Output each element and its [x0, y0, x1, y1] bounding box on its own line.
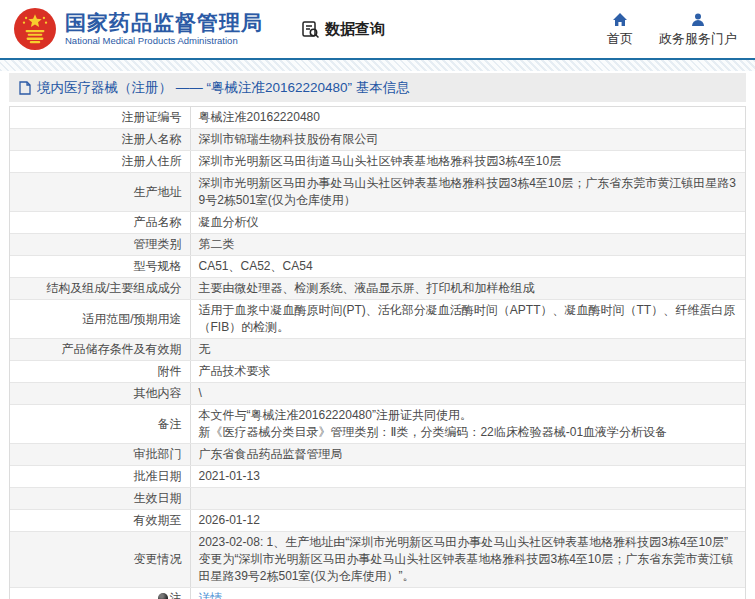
note-dot-icon: [158, 593, 168, 599]
table-row: 备注 本文件与“粤械注准20162220480”注册证共同使用。 新《医疗器械分…: [10, 405, 745, 444]
row-value: 深圳市光明新区马田街道马山头社区钟表基地格雅科技园3栋4至10层: [190, 151, 745, 173]
page-icon: [19, 81, 31, 95]
breadcrumb-bar: 境内医疗器械（注册） —— “粤械注准20162220480” 基本信息: [9, 73, 746, 102]
row-label: 生效日期: [10, 488, 190, 510]
row-label: 备注: [10, 405, 190, 444]
agency-logo[interactable]: 国家药品监督管理局 National Medical Products Admi…: [14, 8, 263, 50]
row-value: 无: [190, 339, 745, 361]
table-row: 变更情况 2023-02-08: 1、生产地址由“深圳市光明新区马田办事处马山头…: [10, 532, 745, 588]
registration-table-body: 注册证编号 粤械注准20162220480 注册人名称 深圳市锦瑞生物科技股份有…: [10, 107, 745, 599]
row-value: 详情: [190, 588, 745, 599]
data-query-label: 数据查询: [325, 20, 385, 39]
row-value: CA51、CA52、CA54: [190, 256, 745, 278]
row-label: 批准日期: [10, 466, 190, 488]
table-row: 注 详情: [10, 588, 745, 599]
row-value: [190, 488, 745, 510]
row-value: 广东省食品药品监督管理局: [190, 444, 745, 466]
row-label: 注: [10, 588, 190, 599]
row-label: 审批部门: [10, 444, 190, 466]
row-value: 2021-01-13: [190, 466, 745, 488]
row-label: 适用范围/预期用途: [10, 300, 190, 339]
table-row: 注册人名称 深圳市锦瑞生物科技股份有限公司: [10, 129, 745, 151]
national-emblem-icon: [14, 8, 56, 50]
table-row: 适用范围/预期用途 适用于血浆中凝血酶原时间(PT)、活化部分凝血活酶时间（AP…: [10, 300, 745, 339]
table-row: 审批部门 广东省食品药品监督管理局: [10, 444, 745, 466]
table-row: 其他内容 \: [10, 383, 745, 405]
row-value: 适用于血浆中凝血酶原时间(PT)、活化部分凝血活酶时间（APTT）、凝血酶时间（…: [190, 300, 745, 339]
registration-table: 注册证编号 粤械注准20162220480 注册人名称 深圳市锦瑞生物科技股份有…: [10, 107, 745, 599]
row-label: 变更情况: [10, 532, 190, 588]
nav-gov-portal[interactable]: 政务服务门户: [659, 12, 737, 46]
nav-home[interactable]: 首页: [607, 12, 633, 46]
row-label: 型号规格: [10, 256, 190, 278]
home-icon: [612, 12, 628, 28]
table-row: 产品储存条件及有效期 无: [10, 339, 745, 361]
site-header: 国家药品监督管理局 National Medical Products Admi…: [0, 0, 755, 60]
agency-title: 国家药品监督管理局: [65, 11, 263, 35]
row-value: 本文件与“粤械注准20162220480”注册证共同使用。 新《医疗器械分类目录…: [190, 405, 745, 444]
table-row: 结构及组成/主要组成成分 主要由微处理器、检测系统、液晶显示屏、打印机和加样枪组…: [10, 278, 745, 300]
row-value: \: [190, 383, 745, 405]
row-label: 注册人住所: [10, 151, 190, 173]
row-label: 生产地址: [10, 173, 190, 212]
table-row: 有效期至 2026-01-12: [10, 510, 745, 532]
table-row: 产品名称 凝血分析仪: [10, 212, 745, 234]
row-label: 注册人名称: [10, 129, 190, 151]
row-label: 产品名称: [10, 212, 190, 234]
row-value: 主要由微处理器、检测系统、液晶显示屏、打印机和加样枪组成: [190, 278, 745, 300]
table-row: 生效日期: [10, 488, 745, 510]
document-search-icon: [301, 20, 320, 39]
row-label: 其他内容: [10, 383, 190, 405]
table-row: 管理类别 第二类: [10, 234, 745, 256]
row-label: 附件: [10, 361, 190, 383]
table-row: 生产地址 深圳市光明新区马田办事处马山头社区钟表基地格雅科技园3栋4至10层；广…: [10, 173, 745, 212]
breadcrumb: 境内医疗器械（注册） —— “粤械注准20162220480” 基本信息: [37, 79, 410, 97]
registration-panel: 注册证编号 粤械注准20162220480 注册人名称 深圳市锦瑞生物科技股份有…: [9, 106, 746, 599]
header-nav: 首页 政务服务门户: [607, 12, 737, 46]
table-row: 注册证编号 粤械注准20162220480: [10, 107, 745, 129]
details-link[interactable]: 详情: [199, 591, 223, 599]
table-row: 型号规格 CA51、CA52、CA54: [10, 256, 745, 278]
row-value: 凝血分析仪: [190, 212, 745, 234]
agency-subtitle: National Medical Products Administration: [65, 35, 263, 47]
data-query-tab[interactable]: 数据查询: [301, 20, 385, 39]
row-label: 产品储存条件及有效期: [10, 339, 190, 361]
row-label: 有效期至: [10, 510, 190, 532]
user-icon: [690, 12, 706, 28]
table-row: 注册人住所 深圳市光明新区马田街道马山头社区钟表基地格雅科技园3栋4至10层: [10, 151, 745, 173]
row-value: 产品技术要求: [190, 361, 745, 383]
row-label: 管理类别: [10, 234, 190, 256]
row-label: 注册证编号: [10, 107, 190, 129]
nav-home-label: 首页: [607, 31, 633, 46]
table-row: 附件 产品技术要求: [10, 361, 745, 383]
row-value: 2023-02-08: 1、生产地址由“深圳市光明新区马田办事处马山头社区钟表基…: [190, 532, 745, 588]
row-label: 结构及组成/主要组成成分: [10, 278, 190, 300]
row-value: 深圳市锦瑞生物科技股份有限公司: [190, 129, 745, 151]
hatch-divider: [0, 60, 755, 71]
row-value: 2026-01-12: [190, 510, 745, 532]
row-value: 深圳市光明新区马田办事处马山头社区钟表基地格雅科技园3栋4至10层；广东省东莞市…: [190, 173, 745, 212]
row-value: 粤械注准20162220480: [190, 107, 745, 129]
nav-gov-portal-label: 政务服务门户: [659, 31, 737, 46]
row-value: 第二类: [190, 234, 745, 256]
table-row: 批准日期 2021-01-13: [10, 466, 745, 488]
